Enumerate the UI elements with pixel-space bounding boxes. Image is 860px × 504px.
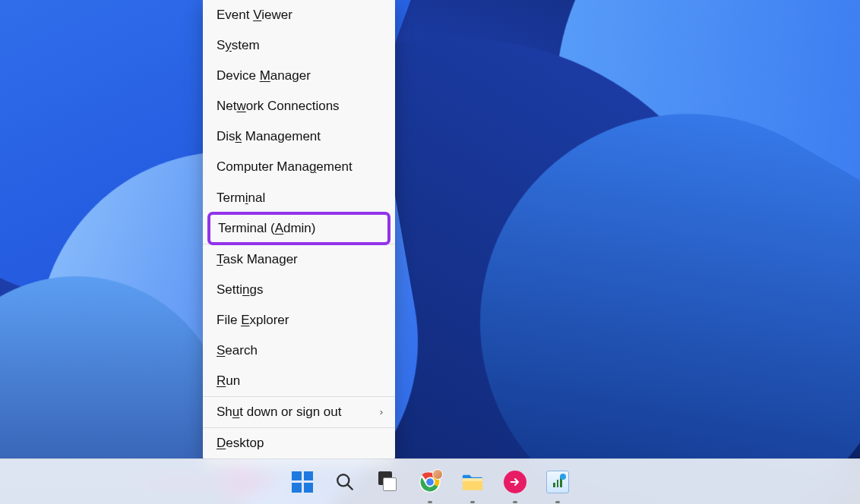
menu-item-accelerator: M <box>260 68 270 83</box>
search-button[interactable] <box>328 465 362 499</box>
menu-item-run[interactable]: Run <box>203 366 395 396</box>
svg-rect-7 <box>463 478 482 481</box>
menu-item-label-post: Management <box>242 129 321 143</box>
menu-item-shut-down-or-sign-out[interactable]: Shut down or sign out› <box>203 397 395 427</box>
menu-item-label-post: earch <box>225 343 258 358</box>
menu-item-label-pre: Term <box>217 191 245 205</box>
menu-item-label-pre: Net <box>217 99 236 113</box>
menu-item-label-post: dmin) <box>283 221 316 235</box>
menu-item-terminal[interactable]: Terminal <box>203 183 395 213</box>
menu-item-accelerator: D <box>217 436 226 450</box>
menu-item-label-post: stem <box>232 38 260 52</box>
menu-item-desktop[interactable]: Desktop <box>203 428 395 458</box>
task-view-button[interactable] <box>371 465 404 499</box>
menu-item-label-post: iewer <box>261 8 292 22</box>
menu-item-file-explorer[interactable]: File Explorer <box>203 305 395 335</box>
menu-item-label-pre: Sh <box>217 405 232 419</box>
menu-item-event-viewer[interactable]: Event Viewer <box>203 0 395 30</box>
folder-icon <box>461 472 484 492</box>
menu-item-accelerator: g <box>309 159 316 174</box>
menu-item-accelerator: R <box>217 373 226 388</box>
menu-item-accelerator: A <box>275 221 283 235</box>
menu-item-search[interactable]: Search <box>203 335 395 366</box>
menu-item-settings[interactable]: Settings <box>203 275 395 305</box>
running-indicator <box>555 501 560 503</box>
menu-item-label-post: ask Manager <box>223 252 298 266</box>
menu-item-label-post: ement <box>316 159 352 174</box>
chrome-app[interactable] <box>413 465 447 499</box>
menu-item-label-post: esktop <box>226 436 264 450</box>
menu-item-label-pre: Terminal ( <box>218 221 275 235</box>
menu-item-accelerator: T <box>217 252 223 266</box>
menu-item-accelerator: k <box>236 129 242 143</box>
menu-item-accelerator: n <box>242 282 249 297</box>
running-indicator <box>513 501 517 503</box>
control-panel-icon <box>546 471 569 493</box>
menu-item-terminal-admin[interactable]: Terminal (Admin) <box>207 212 390 245</box>
menu-item-device-manager[interactable]: Device Manager <box>203 61 395 91</box>
menu-item-label-pre: Setti <box>217 282 242 297</box>
search-icon <box>335 472 355 492</box>
menu-item-accelerator: w <box>236 99 245 113</box>
file-explorer-app[interactable] <box>456 465 489 499</box>
menu-item-network-connections[interactable]: Network Connections <box>203 91 395 121</box>
running-indicator <box>428 501 432 503</box>
menu-item-accelerator: E <box>241 313 249 327</box>
menu-item-system[interactable]: System <box>203 30 395 61</box>
menu-item-label-post: ork Connections <box>246 99 340 113</box>
menu-item-accelerator: V <box>253 8 261 22</box>
recorder-icon <box>504 471 526 493</box>
menu-item-label-pre: S <box>217 38 225 52</box>
profile-avatar-badge <box>432 469 443 480</box>
menu-item-label-post: t down or sign out <box>239 405 341 419</box>
start-button[interactable] <box>286 465 319 499</box>
windows-logo-icon <box>292 471 313 493</box>
menu-item-accelerator: u <box>232 405 239 419</box>
screen-recorder-app[interactable] <box>498 465 532 499</box>
menu-item-accelerator: y <box>225 38 232 52</box>
svg-line-2 <box>347 484 352 489</box>
taskbar <box>0 458 860 504</box>
menu-item-disk-management[interactable]: Disk Management <box>203 121 395 152</box>
menu-item-label-post: anager <box>270 68 311 83</box>
menu-item-label-pre: Device <box>217 68 260 83</box>
task-view-icon <box>377 471 398 493</box>
menu-item-label-pre: Event <box>217 8 253 22</box>
menu-item-computer-management[interactable]: Computer Management <box>203 152 395 182</box>
menu-item-task-manager[interactable]: Task Manager <box>203 244 395 275</box>
menu-item-label-pre: Computer Mana <box>217 159 309 174</box>
menu-item-label-post: gs <box>250 282 264 297</box>
menu-item-label-pre: Dis <box>217 129 236 143</box>
menu-item-label-pre: File <box>217 313 241 327</box>
running-indicator <box>470 501 475 503</box>
desktop: Event ViewerSystemDevice ManagerNetwork … <box>0 0 860 504</box>
menu-item-label-post: un <box>226 373 240 388</box>
menu-item-label-post: nal <box>248 191 266 205</box>
control-panel-app[interactable] <box>541 465 574 499</box>
menu-item-label-post: xplorer <box>249 313 289 327</box>
winx-context-menu: Event ViewerSystemDevice ManagerNetwork … <box>203 0 395 463</box>
chevron-right-icon: › <box>380 406 383 419</box>
menu-item-accelerator: S <box>217 343 225 358</box>
